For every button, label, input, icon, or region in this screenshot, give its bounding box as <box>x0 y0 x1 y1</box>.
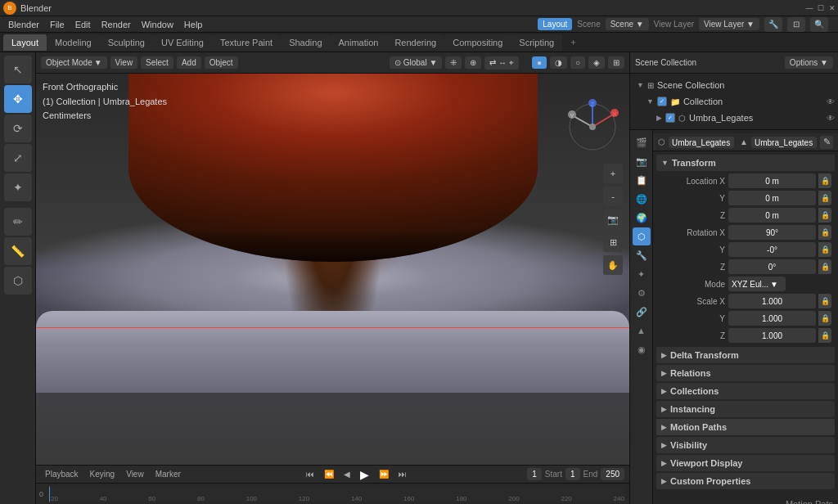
output-props-btn[interactable]: 📷 <box>633 152 651 170</box>
tool-measure[interactable]: 📏 <box>4 237 32 265</box>
instancing-section[interactable]: ▶ Instancing <box>656 401 835 417</box>
umbra-checkbox[interactable]: ✓ <box>665 113 675 123</box>
motion-paths-section[interactable]: ▶ Motion Paths <box>656 419 835 435</box>
collections-section[interactable]: ▶ Collections <box>656 383 835 399</box>
lock-z-btn[interactable]: 🔒 <box>818 208 831 223</box>
tool-move[interactable]: ✥ <box>4 85 32 113</box>
tool-rotate[interactable]: ⟳ <box>4 115 32 142</box>
transform-icons[interactable]: ⇄ ↔ ⌖ <box>484 56 519 70</box>
edit-data-btn[interactable]: ✎ <box>820 136 833 149</box>
tree-collection[interactable]: ▼ ✓ 📁 Collection 👁 <box>630 93 838 110</box>
view-menu-tl[interactable]: View <box>122 469 148 479</box>
scene-dropdown[interactable]: Scene ▼ <box>606 18 649 30</box>
location-y-field[interactable]: 0 m <box>728 191 816 205</box>
end-frame-field[interactable]: 250 <box>601 468 624 480</box>
lock-rx-btn[interactable]: 🔒 <box>818 225 831 240</box>
collection-checkbox[interactable]: ✓ <box>657 97 667 106</box>
playback-menu[interactable]: Playback <box>41 469 83 479</box>
particles-props-btn[interactable]: ✦ <box>633 265 651 283</box>
tool-annotate[interactable]: ✏ <box>4 208 32 236</box>
material-props-btn[interactable]: ◉ <box>633 340 651 358</box>
navigation-gizmo[interactable]: X Y Z <box>564 98 621 155</box>
play-reverse-btn[interactable]: ◀ <box>340 469 354 479</box>
visibility-icon[interactable]: 👁 <box>827 97 838 106</box>
menu-help[interactable]: Help <box>179 18 208 31</box>
close-button[interactable]: ✕ <box>827 2 838 14</box>
viewport-shading-solid[interactable]: ● <box>532 56 547 69</box>
tree-scene-collection[interactable]: ▼ ⊞ Scene Collection <box>630 77 838 93</box>
viewport-shading-material[interactable]: ◑ <box>550 56 567 69</box>
maximize-button[interactable]: ☐ <box>815 2 827 14</box>
lock-x-btn[interactable]: 🔒 <box>818 173 831 188</box>
lock-ry-btn[interactable]: 🔒 <box>818 242 831 257</box>
rotation-mode-dropdown[interactable]: XYZ Eul... ▼ <box>728 277 786 291</box>
location-z-field[interactable]: 0 m <box>728 208 816 223</box>
jump-end-btn[interactable]: ⏭ <box>394 469 411 479</box>
timeline-body[interactable]: 0 20 40 60 80 100 120 140 160 <box>36 484 629 504</box>
render-engine-btn[interactable]: 🔧 <box>764 17 782 32</box>
screencast-btn[interactable]: ⊡ <box>787 17 805 32</box>
lock-y-btn[interactable]: 🔒 <box>818 191 831 205</box>
object-props-btn[interactable]: ⬡ <box>633 227 651 245</box>
minimize-button[interactable]: — <box>804 2 815 14</box>
mode-dropdown[interactable]: Object Mode ▼ <box>41 56 107 69</box>
tool-scale[interactable]: ⤢ <box>4 144 32 172</box>
rotation-x-field[interactable]: 90° <box>728 225 816 240</box>
marker-menu[interactable]: Marker <box>151 469 185 479</box>
data-name-field[interactable]: Umbra_Legates <box>751 137 817 148</box>
tab-rendering[interactable]: Rendering <box>386 34 444 51</box>
select-menu[interactable]: Select <box>141 56 173 69</box>
play-btn[interactable]: ▶ <box>356 467 373 482</box>
tool-transform[interactable]: ✦ <box>4 173 32 201</box>
search-btn[interactable]: 🔍 <box>810 17 828 32</box>
rotation-y-field[interactable]: -0° <box>728 242 816 257</box>
snap-btn[interactable]: ⁜ <box>445 56 462 69</box>
pivot-dropdown[interactable]: ⊙ Global ▼ <box>390 56 442 69</box>
lock-sy-btn[interactable]: 🔒 <box>818 311 831 326</box>
scale-x-field[interactable]: 1.000 <box>728 294 816 308</box>
obj-name-field[interactable]: Umbra_Legates <box>669 137 734 148</box>
outliner-options[interactable]: Options ▼ <box>785 56 833 69</box>
object-menu[interactable]: Object <box>205 56 238 69</box>
viewport-shading-rendered[interactable]: ○ <box>570 56 585 69</box>
camera-btn[interactable]: 📷 <box>603 209 623 229</box>
menu-blender[interactable]: Blender <box>3 18 44 31</box>
tab-scripting[interactable]: Scripting <box>511 34 562 51</box>
delta-transform-section[interactable]: ▶ Delta Transform <box>656 347 835 363</box>
proportional-btn[interactable]: ⊕ <box>465 56 481 69</box>
overlay-toggle[interactable]: ◈ <box>588 56 605 69</box>
tool-select[interactable]: ↖ <box>4 56 32 83</box>
start-frame-field[interactable]: 1 <box>565 468 580 480</box>
zoom-out-btn[interactable]: - <box>603 187 623 206</box>
add-workspace-button[interactable]: ＋ <box>562 33 584 52</box>
modifier-props-btn[interactable]: 🔧 <box>633 246 651 264</box>
tab-texture-paint[interactable]: Texture Paint <box>212 34 281 51</box>
menu-edit[interactable]: Edit <box>70 18 96 31</box>
location-x-field[interactable]: 0 m <box>728 173 816 188</box>
physics-props-btn[interactable]: ⚙ <box>633 284 651 302</box>
next-keyframe-btn[interactable]: ⏩ <box>375 469 393 479</box>
lock-rz-btn[interactable]: 🔒 <box>818 259 831 274</box>
menu-render[interactable]: Render <box>97 18 136 31</box>
view-menu[interactable]: View <box>110 56 138 69</box>
visibility-icon-2[interactable]: 👁 <box>827 114 838 123</box>
zoom-in-btn[interactable]: + <box>603 164 623 183</box>
relations-section[interactable]: ▶ Relations <box>656 365 835 381</box>
tab-animation[interactable]: Animation <box>331 34 387 51</box>
3d-viewport[interactable]: Front Orthographic (1) Collection | Umbr… <box>36 74 629 465</box>
viewport-display-section[interactable]: ▶ Viewport Display <box>656 455 835 471</box>
world-props-btn[interactable]: 🌍 <box>633 209 651 227</box>
lock-sx-btn[interactable]: 🔒 <box>818 294 831 308</box>
grid-btn[interactable]: ⊞ <box>603 232 623 252</box>
viewlayer-dropdown[interactable]: View Layer ▼ <box>699 18 759 30</box>
menu-window[interactable]: Window <box>137 18 178 31</box>
scale-z-field[interactable]: 1.000 <box>728 328 816 343</box>
scene-props-btn[interactable]: 🌐 <box>633 190 651 208</box>
tab-shading[interactable]: Shading <box>281 34 330 51</box>
scale-y-field[interactable]: 1.000 <box>728 311 816 326</box>
keying-menu[interactable]: Keying <box>86 469 119 479</box>
view-layer-props-btn[interactable]: 📋 <box>633 171 651 189</box>
gizmo-toggle[interactable]: ⊞ <box>608 56 624 69</box>
rotation-z-field[interactable]: 0° <box>728 259 816 274</box>
tree-umbra-legates[interactable]: ▶ ✓ ⬡ Umbra_Legates 👁 <box>630 110 838 126</box>
